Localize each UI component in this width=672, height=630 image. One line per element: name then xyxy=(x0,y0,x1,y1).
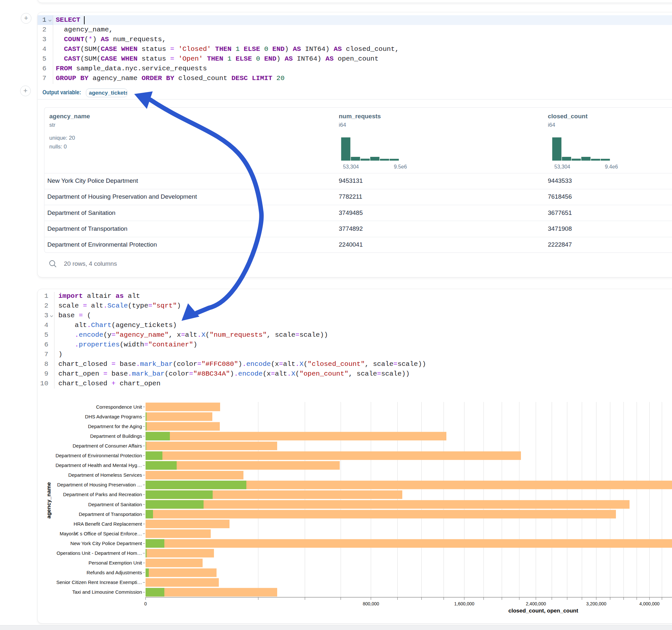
svg-text:Senior Citizen Rent Increase E: Senior Citizen Rent Increase Exempti… xyxy=(56,579,142,585)
svg-text:3,200,000: 3,200,000 xyxy=(586,601,606,606)
svg-text:0: 0 xyxy=(144,601,147,606)
svg-text:closed_count, open_count: closed_count, open_count xyxy=(508,608,578,614)
svg-text:Department of Environmental Pr: Department of Environmental Protection xyxy=(55,453,142,458)
svg-text:Department of Housing Preserva: Department of Housing Preservation … xyxy=(57,482,142,487)
svg-text:New York City Police Departmen: New York City Police Department xyxy=(70,540,142,546)
svg-text:agency_name: agency_name xyxy=(46,482,52,518)
svg-text:Mayorâ€ s Office of Special En: Mayorâ€ s Office of Special Enforce… xyxy=(59,531,142,536)
svg-text:4,000,000: 4,000,000 xyxy=(639,601,659,606)
svg-text:Department of Buildings: Department of Buildings xyxy=(90,433,142,439)
svg-text:Department of Health and Menta: Department of Health and Mental Hyg… xyxy=(55,462,142,468)
svg-text:Department of Transportation: Department of Transportation xyxy=(79,511,142,517)
svg-text:800,000: 800,000 xyxy=(363,601,379,606)
svg-text:Department of Homeless Service: Department of Homeless Services xyxy=(68,472,142,478)
svg-text:DHS Advantage Programs: DHS Advantage Programs xyxy=(85,414,142,419)
svg-text:2,400,000: 2,400,000 xyxy=(526,601,546,606)
svg-text:Refunds and Adjustments: Refunds and Adjustments xyxy=(87,570,142,575)
svg-text:Taxi and Limousine Commission: Taxi and Limousine Commission xyxy=(72,589,142,595)
svg-text:Department of Consumer Affairs: Department of Consumer Affairs xyxy=(73,443,142,449)
svg-text:Department of Sanitation: Department of Sanitation xyxy=(88,502,142,507)
svg-text:Correspondence Unit: Correspondence Unit xyxy=(96,404,142,410)
svg-text:Department for the Aging: Department for the Aging xyxy=(88,423,142,429)
svg-text:1,600,000: 1,600,000 xyxy=(454,601,474,606)
svg-text:Personal Exemption Unit: Personal Exemption Unit xyxy=(89,560,142,565)
svg-text:Department of Parks and Recrea: Department of Parks and Recreation xyxy=(63,492,142,497)
svg-text:Operations Unit - Department o: Operations Unit - Department of Hom… xyxy=(57,550,142,556)
svg-text:HRA Benefit Card Replacement: HRA Benefit Card Replacement xyxy=(74,521,142,527)
